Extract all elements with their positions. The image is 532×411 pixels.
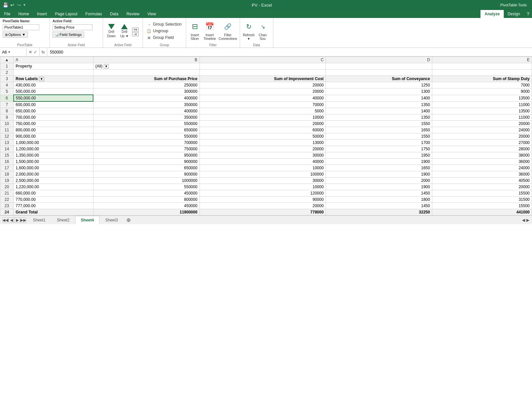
cell-d18[interactable]: 1900 <box>326 171 432 178</box>
cell-d19[interactable]: 2000 <box>326 178 432 184</box>
col-a-header[interactable]: A <box>14 57 93 63</box>
save-icon[interactable]: 💾 <box>3 2 8 8</box>
cell-a10[interactable]: 750,000.00 <box>14 121 93 127</box>
cell-e20[interactable]: 20000 <box>432 184 532 190</box>
tab-data[interactable]: Data <box>106 10 122 18</box>
tab-nav-prev[interactable]: ◀ <box>9 217 14 223</box>
tab-review[interactable]: Review <box>122 10 143 18</box>
cell-c8[interactable]: 5000 <box>200 108 326 114</box>
cell-c12[interactable]: 50000 <box>200 133 326 140</box>
cell-b7[interactable]: 350000 <box>93 101 200 108</box>
cell-b21[interactable]: 450000 <box>93 190 200 197</box>
cell-a6[interactable]: 550,000.00 <box>14 95 93 101</box>
cell-a7[interactable]: 600,000.00 <box>14 101 93 108</box>
cell-d20[interactable]: 1900 <box>326 184 432 190</box>
tab-home[interactable]: Home <box>14 10 33 18</box>
cell-d23[interactable]: 1450 <box>326 203 432 209</box>
cell-e11[interactable]: 24000 <box>432 127 532 133</box>
quick-access-dropdown[interactable]: ▼ <box>23 3 26 7</box>
cell-c14[interactable]: 20000 <box>200 146 326 152</box>
cell-e13[interactable]: 27000 <box>432 140 532 146</box>
cell-b9[interactable]: 350000 <box>93 114 200 121</box>
sheet-tab-sheet2[interactable]: Sheet2 <box>51 216 75 224</box>
spreadsheet-area[interactable]: ▲ A B C D E 1 Property (All) ▼ <box>0 57 532 215</box>
refresh-button[interactable]: ↻ Refresh▼ <box>243 21 255 41</box>
cell-e6[interactable]: 13500 <box>432 95 532 101</box>
tab-nav-first[interactable]: ◀◀ <box>3 217 8 223</box>
cell-e16[interactable]: 36000 <box>432 159 532 165</box>
sheet-tab-sheet1[interactable]: Sheet1 <box>27 216 51 224</box>
cell-b15[interactable]: 950000 <box>93 152 200 159</box>
cell-a20[interactable]: 1,220,000.00 <box>14 184 93 190</box>
cell-a9[interactable]: 700,000.00 <box>14 114 93 121</box>
drill-down-button[interactable]: Drill Down <box>106 23 117 39</box>
cell-b16[interactable]: 900000 <box>93 159 200 165</box>
cell-b18[interactable]: 900000 <box>93 171 200 178</box>
cell-e4[interactable]: 7000 <box>432 82 532 88</box>
cell-c18[interactable]: 100000 <box>200 171 326 178</box>
cell-c5[interactable]: 20000 <box>200 88 326 95</box>
cell-c6[interactable]: 40000 <box>200 95 326 101</box>
cell-a14[interactable]: 1,200,000.00 <box>14 146 93 152</box>
cell-c4[interactable]: 20000 <box>200 82 326 88</box>
cell-d10[interactable]: 1550 <box>326 121 432 127</box>
cell-c16[interactable]: 40000 <box>200 159 326 165</box>
cell-b11[interactable]: 650000 <box>93 127 200 133</box>
formula-confirm-icon[interactable]: ✓ <box>34 50 37 55</box>
cell-e21[interactable]: 15500 <box>432 190 532 197</box>
cell-a1[interactable]: Property <box>14 63 93 69</box>
cell-a8[interactable]: 650,000.00 <box>14 108 93 114</box>
cell-a4[interactable]: 430,000.00 <box>14 82 93 88</box>
cell-b14[interactable]: 750000 <box>93 146 200 152</box>
cell-d15[interactable]: 1950 <box>326 152 432 159</box>
cell-d11[interactable]: 1650 <box>326 127 432 133</box>
pivottable-name-input[interactable] <box>3 24 39 30</box>
cell-c23[interactable]: 20000 <box>200 203 326 209</box>
activefield-input[interactable] <box>53 24 92 30</box>
sheet-tab-sheet4[interactable]: Sheet4 <box>75 216 99 224</box>
tab-insert[interactable]: Insert <box>33 10 51 18</box>
expand-button[interactable]: +≡ <box>132 28 139 32</box>
cell-e17[interactable]: 24000 <box>432 165 532 171</box>
cell-c22[interactable]: 90000 <box>200 197 326 203</box>
cell-e18[interactable]: 36000 <box>432 171 532 178</box>
col-d-header[interactable]: D <box>326 57 432 63</box>
cell-ref-dropdown[interactable]: ▼ <box>8 50 11 54</box>
cell-c15[interactable]: 30000 <box>200 152 326 159</box>
cell-e12[interactable]: 20000 <box>432 133 532 140</box>
cell-c7[interactable]: 70000 <box>200 101 326 108</box>
cell-b23[interactable]: 450000 <box>93 203 200 209</box>
scroll-right-btn[interactable]: ▶ <box>526 218 529 222</box>
cell-c20[interactable]: 10000 <box>200 184 326 190</box>
cell-c9[interactable]: 10000 <box>200 114 326 121</box>
redo-btn[interactable]: ↪ <box>16 2 22 8</box>
col-e-header[interactable]: E <box>432 57 532 63</box>
cell-b4[interactable]: 250000 <box>93 82 200 88</box>
cell-d22[interactable]: 1800 <box>326 197 432 203</box>
undo-btn[interactable]: ↩ <box>10 2 15 8</box>
cell-e8[interactable]: 13500 <box>432 108 532 114</box>
tab-view[interactable]: View <box>144 10 160 18</box>
cell-e7[interactable]: 11000 <box>432 101 532 108</box>
tab-page-layout[interactable]: Page Layout <box>51 10 81 18</box>
cell-e9[interactable]: 11000 <box>432 114 532 121</box>
cell-a11[interactable]: 800,000.00 <box>14 127 93 133</box>
cell-b22[interactable]: 800000 <box>93 197 200 203</box>
cell-ref-box[interactable]: A6 ▼ <box>0 48 27 56</box>
cell-b10[interactable]: 550000 <box>93 121 200 127</box>
cell-b5[interactable]: 300000 <box>93 88 200 95</box>
cell-b13[interactable]: 700000 <box>93 140 200 146</box>
cell-d17[interactable]: 1650 <box>326 165 432 171</box>
cell-d4[interactable]: 1250 <box>326 82 432 88</box>
cell-a18[interactable]: 2,000,000.00 <box>14 171 93 178</box>
tab-file[interactable]: File <box>0 10 14 18</box>
cell-e19[interactable]: 40500 <box>432 178 532 184</box>
tab-nav-last[interactable]: ▶▶ <box>21 217 26 223</box>
cell-b8[interactable]: 400000 <box>93 108 200 114</box>
cell-b1[interactable]: (All) ▼ <box>93 63 200 69</box>
cell-d5[interactable]: 1300 <box>326 88 432 95</box>
tab-formulas[interactable]: Formulas <box>81 10 106 18</box>
cell-a22[interactable]: 770,000.00 <box>14 197 93 203</box>
scroll-left-btn[interactable]: ◀ <box>522 218 525 222</box>
cell-d9[interactable]: 1350 <box>326 114 432 121</box>
